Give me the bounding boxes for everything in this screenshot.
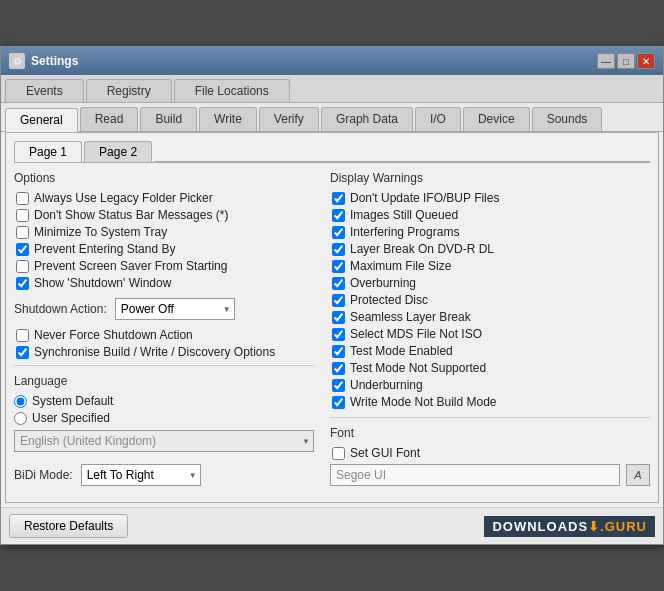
dw-underburning-label: Underburning — [350, 378, 423, 392]
dw-layer-break-label: Layer Break On DVD-R DL — [350, 242, 494, 256]
font-input-row: A — [330, 464, 650, 486]
language-select-wrapper: English (United Kingdom) — [14, 430, 314, 452]
checkbox-legacy-folder: Always Use Legacy Folder Picker — [14, 191, 314, 205]
tab-registry[interactable]: Registry — [86, 79, 172, 102]
tab-io[interactable]: I/O — [415, 107, 461, 131]
dw-layer-break-input[interactable] — [332, 243, 345, 256]
dw-interfering-input[interactable] — [332, 226, 345, 239]
two-column-layout: Options Always Use Legacy Folder Picker … — [14, 171, 650, 494]
font-checkbox-input[interactable] — [332, 447, 345, 460]
tab-verify[interactable]: Verify — [259, 107, 319, 131]
dw-test-mode-enabled-label: Test Mode Enabled — [350, 344, 453, 358]
content-area: Page 1 Page 2 Options Always Use Legacy … — [5, 132, 659, 503]
dw-images-queued-label: Images Still Queued — [350, 208, 458, 222]
font-section: Font Set GUI Font A — [330, 426, 650, 486]
checkbox-prevent-standby-label: Prevent Entering Stand By — [34, 242, 175, 256]
page-tab-2[interactable]: Page 2 — [84, 141, 152, 162]
checkbox-status-bar-input[interactable] — [16, 209, 29, 222]
checkbox-legacy-folder-label: Always Use Legacy Folder Picker — [34, 191, 213, 205]
page-tabs-wrapper: Page 1 Page 2 — [14, 141, 650, 163]
radio-system-default-input[interactable] — [14, 395, 27, 408]
dw-max-file-size-input[interactable] — [332, 260, 345, 273]
page-tab-border — [154, 161, 650, 162]
checkbox-prevent-screensaver: Prevent Screen Saver From Starting — [14, 259, 314, 273]
bottom-bar: Restore Defaults DOWNLOADS⬇.GURU — [1, 507, 663, 544]
tab-build[interactable]: Build — [140, 107, 197, 131]
radio-system-default-label: System Default — [32, 394, 113, 408]
dw-max-file-size: Maximum File Size — [330, 259, 650, 273]
font-picker-button[interactable]: A — [626, 464, 650, 486]
font-name-input[interactable] — [330, 464, 620, 486]
dw-write-mode-label: Write Mode Not Build Mode — [350, 395, 497, 409]
tab-read[interactable]: Read — [80, 107, 139, 131]
checkbox-prevent-standby-input[interactable] — [16, 243, 29, 256]
dw-images-queued-input[interactable] — [332, 209, 345, 222]
tab-events[interactable]: Events — [5, 79, 84, 102]
radio-user-specified-label: User Specified — [32, 411, 110, 425]
dw-dont-update: Don't Update IFO/BUP Files — [330, 191, 650, 205]
minimize-button[interactable]: — — [597, 53, 615, 69]
language-section-label: Language — [14, 374, 314, 388]
dw-overburning: Overburning — [330, 276, 650, 290]
checkbox-minimize-tray-input[interactable] — [16, 226, 29, 239]
tab-device[interactable]: Device — [463, 107, 530, 131]
page-tab-1[interactable]: Page 1 — [14, 141, 82, 162]
radio-system-default: System Default — [14, 394, 314, 408]
checkbox-synchronise: Synchronise Build / Write / Discovery Op… — [14, 345, 314, 359]
bidi-mode-row: BiDi Mode: Left To Right Right To Left A… — [14, 464, 314, 486]
shutdown-action-row: Shutdown Action: Power Off Shut Down Res… — [14, 298, 314, 320]
dw-interfering: Interfering Programs — [330, 225, 650, 239]
title-bar: ⚙ Settings — □ ✕ — [1, 47, 663, 75]
dw-protected-disc-input[interactable] — [332, 294, 345, 307]
checkbox-prevent-standby: Prevent Entering Stand By — [14, 242, 314, 256]
checkbox-prevent-screensaver-label: Prevent Screen Saver From Starting — [34, 259, 227, 273]
left-column: Options Always Use Legacy Folder Picker … — [14, 171, 314, 494]
shutdown-select[interactable]: Power Off Shut Down Restart Hibernate St… — [115, 298, 235, 320]
dw-dont-update-input[interactable] — [332, 192, 345, 205]
window-title: Settings — [31, 54, 78, 68]
tab-graph-data[interactable]: Graph Data — [321, 107, 413, 131]
language-select[interactable]: English (United Kingdom) — [14, 430, 314, 452]
bidi-select[interactable]: Left To Right Right To Left Auto — [81, 464, 201, 486]
checkbox-never-force-input[interactable] — [16, 329, 29, 342]
dw-test-mode-enabled: Test Mode Enabled — [330, 344, 650, 358]
watermark-suffix: ⬇.GURU — [588, 519, 647, 534]
restore-defaults-button[interactable]: Restore Defaults — [9, 514, 128, 538]
checkbox-status-bar-label: Don't Show Status Bar Messages (*) — [34, 208, 228, 222]
dw-protected-disc-label: Protected Disc — [350, 293, 428, 307]
watermark-badge: DOWNLOADS⬇.GURU — [484, 516, 655, 537]
main-tab-bar: General Read Build Write Verify Graph Da… — [1, 103, 663, 132]
font-section-label: Font — [330, 426, 650, 440]
title-bar-left: ⚙ Settings — [9, 53, 78, 69]
checkbox-prevent-screensaver-input[interactable] — [16, 260, 29, 273]
maximize-button[interactable]: □ — [617, 53, 635, 69]
tab-write[interactable]: Write — [199, 107, 257, 131]
dw-interfering-label: Interfering Programs — [350, 225, 459, 239]
dw-seamless-layer: Seamless Layer Break — [330, 310, 650, 324]
dw-images-queued: Images Still Queued — [330, 208, 650, 222]
right-column: Display Warnings Don't Update IFO/BUP Fi… — [330, 171, 650, 494]
checkbox-legacy-folder-input[interactable] — [16, 192, 29, 205]
dw-overburning-input[interactable] — [332, 277, 345, 290]
tab-general[interactable]: General — [5, 108, 78, 132]
dw-protected-disc: Protected Disc — [330, 293, 650, 307]
tab-file-locations[interactable]: File Locations — [174, 79, 290, 102]
dw-select-mds-input[interactable] — [332, 328, 345, 341]
checkbox-show-shutdown-input[interactable] — [16, 277, 29, 290]
dw-test-mode-not-supported-input[interactable] — [332, 362, 345, 375]
close-button[interactable]: ✕ — [637, 53, 655, 69]
dw-overburning-label: Overburning — [350, 276, 416, 290]
radio-user-specified-input[interactable] — [14, 412, 27, 425]
checkbox-show-shutdown-label: Show 'Shutdown' Window — [34, 276, 171, 290]
tab-sounds[interactable]: Sounds — [532, 107, 603, 131]
dw-write-mode-input[interactable] — [332, 396, 345, 409]
shutdown-action-label: Shutdown Action: — [14, 302, 107, 316]
dw-test-mode-not-supported-label: Test Mode Not Supported — [350, 361, 486, 375]
dw-test-mode-enabled-input[interactable] — [332, 345, 345, 358]
font-checkbox-label: Set GUI Font — [350, 446, 420, 460]
font-checkbox-row: Set GUI Font — [330, 446, 650, 460]
checkbox-synchronise-input[interactable] — [16, 346, 29, 359]
dw-underburning-input[interactable] — [332, 379, 345, 392]
dw-seamless-layer-input[interactable] — [332, 311, 345, 324]
top-tab-bar: Events Registry File Locations — [1, 75, 663, 103]
